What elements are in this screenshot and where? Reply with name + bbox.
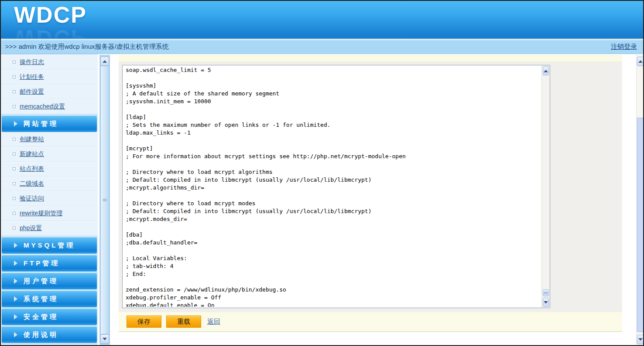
- sidebar-item-site-list[interactable]: 站点列表: [1, 162, 98, 176]
- sidebar-item-create-whole-site[interactable]: 创建整站: [1, 132, 98, 147]
- php-ini-textarea[interactable]: soap.wsdl_cache_limit = 5 [sysvshm] ; A …: [122, 65, 550, 308]
- welcome-message: >>> admin 欢迎使用wdcp linux服务器/虚拟主机管理系统: [5, 43, 169, 51]
- sidebar-item-subdomain[interactable]: 二级域名: [1, 176, 98, 191]
- triangle-right-icon: [14, 121, 17, 126]
- bullet-square-icon: [13, 212, 16, 215]
- bullet-square-icon: [13, 227, 16, 230]
- scroll-down-icon: [544, 301, 548, 304]
- sidebar-item-php-settings[interactable]: php设置: [1, 221, 98, 236]
- sidebar-category-mysql-management[interactable]: MYSQL管理: [2, 237, 97, 254]
- panel-top-strip: [119, 55, 622, 62]
- scroll-down-button[interactable]: [543, 298, 549, 307]
- scroll-down-button[interactable]: [100, 334, 109, 343]
- wdcp-logo: WDCP: [14, 2, 87, 28]
- form-action-row: 保存 重载 返回: [119, 312, 622, 332]
- sidebar-category-security-management[interactable]: 安全管理: [2, 309, 97, 325]
- scroll-up-icon: [103, 60, 107, 63]
- scroll-down-icon: [103, 338, 107, 340]
- triangle-right-icon: [14, 332, 17, 337]
- sidebar-category-label: 安全管理: [24, 313, 58, 321]
- sidebar-item-mail-settings[interactable]: 邮件设置: [1, 85, 98, 99]
- sidebar-item-label: memcached设置: [20, 103, 65, 111]
- bullet-square-icon: [13, 75, 16, 78]
- sidebar-category-user-management[interactable]: 用户管理: [2, 273, 97, 289]
- sidebar-category-ftp-management[interactable]: FTP管理: [2, 255, 97, 271]
- welcome-bar: >>> admin 欢迎使用wdcp linux服务器/虚拟主机管理系统 注销登…: [1, 40, 643, 54]
- sidebar-item-label: 站点列表: [20, 165, 44, 173]
- php-ini-content[interactable]: soap.wsdl_cache_limit = 5 [sysvshm] ; A …: [126, 66, 540, 307]
- top-banner: WDCP WDCP: [1, 1, 643, 39]
- bullet-square-icon: [13, 167, 16, 170]
- sidebar-nav: 操作日志 计划任务 邮件设置 memcached设置 网站管理 创建整站 新建站…: [1, 54, 98, 346]
- sidebar-category-label: MYSQL管理: [24, 241, 75, 250]
- logout-link[interactable]: 注销登录: [611, 43, 637, 51]
- sidebar-category-website-management[interactable]: 网站管理: [2, 115, 97, 132]
- sidebar-item-label: 验证访问: [20, 195, 44, 203]
- sidebar-category-label: 系统管理: [24, 295, 58, 303]
- scroll-up-button[interactable]: [543, 66, 549, 75]
- php-ini-form-panel: soap.wsdl_cache_limit = 5 [sysvshm] ; A …: [119, 62, 622, 312]
- sidebar-item-memcached-settings[interactable]: memcached设置: [1, 99, 98, 114]
- sidebar-category-system-management[interactable]: 系统管理: [2, 291, 97, 307]
- bullet-square-icon: [13, 138, 16, 141]
- bullet-square-icon: [13, 197, 16, 200]
- bullet-square-icon: [13, 182, 16, 185]
- sidebar-item-label: 操作日志: [20, 58, 44, 66]
- sidebar-item-new-site[interactable]: 新建站点: [1, 147, 98, 162]
- triangle-right-icon: [14, 243, 17, 248]
- scroll-up-icon: [638, 60, 643, 63]
- sidebar-item-label: 二级域名: [20, 180, 44, 188]
- bullet-square-icon: [13, 61, 16, 64]
- sidebar-category-usage-guide[interactable]: 使用说明: [2, 326, 97, 343]
- sidebar-category-label: 使用说明: [24, 331, 58, 339]
- sidebar-category-label: FTP管理: [24, 259, 60, 268]
- reload-button[interactable]: 重载: [166, 315, 201, 328]
- bullet-square-icon: [13, 105, 16, 108]
- sidebar-item-operation-log[interactable]: 操作日志: [1, 55, 98, 70]
- sidebar-item-rewrite-rules[interactable]: rewrite规则管理: [1, 206, 98, 221]
- sidebar-scrollbar[interactable]: [99, 55, 110, 345]
- sidebar-scrollbar-thumb[interactable]: [100, 66, 109, 334]
- sidebar-item-label: 创建整站: [20, 136, 44, 143]
- sidebar-item-label: php设置: [20, 224, 42, 232]
- sidebar-item-cron-tasks[interactable]: 计划任务: [1, 70, 98, 85]
- sidebar-item-label: rewrite规则管理: [20, 210, 62, 217]
- wdcp-logo-reflection: WDCP: [14, 25, 87, 39]
- textarea-scrollbar-thumb[interactable]: [543, 289, 549, 296]
- scroll-up-button[interactable]: [637, 57, 644, 66]
- bullet-square-icon: [13, 153, 16, 156]
- page-scrollbar-thumb[interactable]: [637, 118, 644, 332]
- scroll-up-icon: [544, 70, 548, 72]
- sidebar-category-label: 网站管理: [24, 120, 58, 128]
- scroll-down-icon: [638, 338, 643, 341]
- textarea-scrollbar[interactable]: [541, 65, 550, 308]
- scrollbar-grip-icon: [544, 292, 548, 295]
- sidebar-item-label: 邮件设置: [20, 88, 44, 96]
- sidebar-category-label: 用户管理: [24, 277, 58, 285]
- scroll-down-button[interactable]: [637, 335, 644, 344]
- triangle-right-icon: [14, 314, 17, 319]
- sidebar-item-label: 计划任务: [20, 73, 44, 81]
- page-scrollbar[interactable]: [636, 55, 644, 346]
- scroll-up-button[interactable]: [100, 57, 109, 66]
- triangle-right-icon: [14, 278, 17, 284]
- sidebar-item-auth-access[interactable]: 验证访问: [1, 191, 98, 206]
- scrollbar-grip-icon: [103, 199, 107, 202]
- bullet-square-icon: [13, 90, 16, 93]
- save-button[interactable]: 保存: [127, 315, 161, 328]
- sidebar-item-label: 新建站点: [20, 150, 44, 158]
- back-link[interactable]: 返回: [207, 318, 220, 326]
- triangle-right-icon: [14, 261, 17, 266]
- triangle-right-icon: [14, 296, 17, 302]
